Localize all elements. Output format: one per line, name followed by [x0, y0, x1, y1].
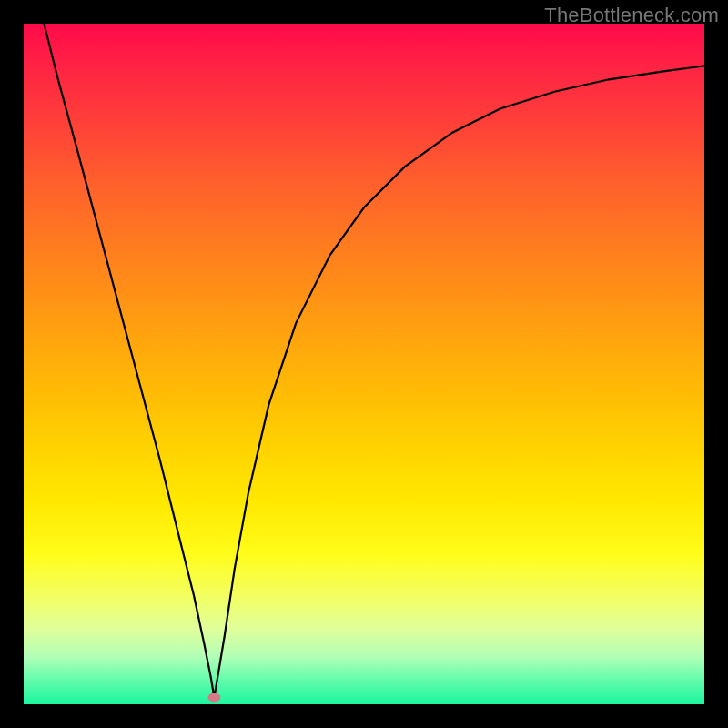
optimum-marker	[207, 693, 220, 703]
bottleneck-curve	[24, 24, 704, 704]
watermark-label: TheBottleneck.com	[544, 4, 719, 27]
plot-area	[24, 24, 704, 704]
chart-frame: TheBottleneck.com	[0, 0, 728, 728]
